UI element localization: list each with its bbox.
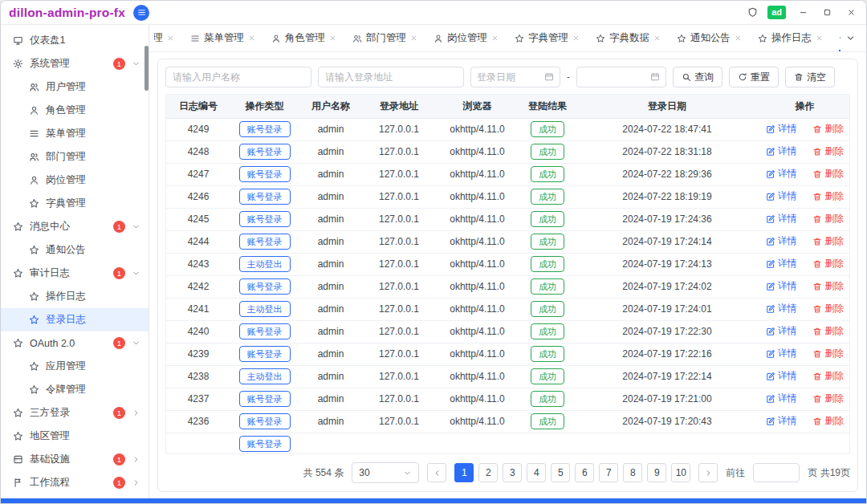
search-button[interactable]: 查询 <box>673 67 722 87</box>
sidebar-item-app[interactable]: 应用管理 <box>1 355 149 378</box>
sidebar-item-notice[interactable]: 通知公告 <box>1 238 149 262</box>
sidebar-item-role[interactable]: 角色管理 <box>1 99 149 122</box>
detail-link[interactable]: 详情 <box>766 144 797 158</box>
sidebar-item-message-center[interactable]: 消息中心 1 <box>1 215 149 238</box>
detail-link[interactable]: 详情 <box>766 167 797 181</box>
page-size-select[interactable]: 30 <box>352 462 419 483</box>
delete-link[interactable]: 删除 <box>812 167 844 181</box>
hamburger-button[interactable] <box>133 5 149 21</box>
username-input[interactable] <box>165 67 311 87</box>
detail-link[interactable]: 详情 <box>766 369 797 383</box>
page-button-10[interactable]: 10 <box>671 463 690 482</box>
tab-role[interactable]: 角色管理 <box>271 25 336 51</box>
sidebar-item-region[interactable]: 地区管理 <box>1 425 149 448</box>
date-end-input[interactable] <box>576 67 666 87</box>
sidebar-item-oauth2[interactable]: OAuth 2.0 1 <box>1 331 149 355</box>
delete-link[interactable]: 删除 <box>812 392 844 405</box>
tab-user[interactable]: 用户管理 <box>154 25 174 51</box>
sidebar-item-third-login[interactable]: 三方登录 1 <box>1 401 149 425</box>
sidebar-item-post[interactable]: 岗位管理 <box>1 169 149 192</box>
sidebar-item-dashboard1[interactable]: 仪表盘1 <box>1 29 149 52</box>
sidebar-item-operation-log[interactable]: 操作日志 <box>1 285 149 308</box>
tab-close-icon[interactable] <box>491 35 499 42</box>
detail-link[interactable]: 详情 <box>766 302 797 315</box>
minimize-button[interactable] <box>796 6 810 20</box>
tab-login-log[interactable]: 登录日志 <box>839 25 841 51</box>
sidebar-item-dict[interactable]: 字典管理 <box>1 192 149 215</box>
detail-link[interactable]: 详情 <box>766 212 797 226</box>
page-button-3[interactable]: 3 <box>503 463 522 482</box>
table-row: 4236 账号登录 admin 127.0.0.1 okhttp/4.11.0 … <box>166 410 850 433</box>
page-button-6[interactable]: 6 <box>575 463 594 482</box>
delete-link[interactable]: 删除 <box>812 144 844 158</box>
delete-link[interactable]: 删除 <box>812 369 844 383</box>
tab-dept[interactable]: 部门管理 <box>352 25 417 51</box>
sidebar-item-audit-log[interactable]: 审计日志 1 <box>1 262 149 285</box>
tab-close-icon[interactable] <box>816 35 823 42</box>
chevron-left-icon <box>433 469 442 478</box>
maximize-button[interactable] <box>820 6 834 20</box>
delete-link[interactable]: 删除 <box>812 234 844 248</box>
clear-button[interactable]: 清空 <box>785 67 835 87</box>
sidebar-item-dept[interactable]: 部门管理 <box>1 145 149 169</box>
sidebar-item-system[interactable]: 系统管理 1 <box>1 52 149 75</box>
shield-icon[interactable] <box>747 7 758 18</box>
tab-close-icon[interactable] <box>167 35 174 42</box>
tab-close-icon[interactable] <box>410 35 417 42</box>
sidebar-item-infra[interactable]: 基础设施 1 <box>1 448 149 471</box>
log-id-cell: 4247 <box>166 163 230 185</box>
sidebar-item-user[interactable]: 用户管理 <box>1 75 149 99</box>
reset-button[interactable]: 重置 <box>729 67 779 87</box>
prev-page-button[interactable] <box>427 463 446 482</box>
edit-icon <box>766 282 775 291</box>
page-button-4[interactable]: 4 <box>527 463 546 482</box>
page-button-9[interactable]: 9 <box>647 463 666 482</box>
detail-link[interactable]: 详情 <box>766 347 797 360</box>
tab-close-icon[interactable] <box>572 35 580 42</box>
detail-link[interactable]: 详情 <box>766 257 797 270</box>
detail-link[interactable]: 详情 <box>766 234 797 248</box>
avatar-badge[interactable]: ad <box>767 6 786 18</box>
delete-link[interactable]: 删除 <box>812 279 844 293</box>
next-page-button[interactable] <box>698 463 718 482</box>
detail-link[interactable]: 详情 <box>766 392 797 405</box>
delete-link[interactable]: 删除 <box>812 212 844 226</box>
goto-page-input[interactable] <box>753 463 800 482</box>
delete-link[interactable]: 删除 <box>812 122 844 136</box>
close-button[interactable] <box>844 6 858 20</box>
detail-link[interactable]: 详情 <box>766 324 797 338</box>
tab-menu[interactable]: 菜单管理 <box>190 25 255 51</box>
delete-link[interactable]: 删除 <box>812 324 844 338</box>
tabs-overflow-button[interactable] <box>841 25 860 51</box>
date-start-input[interactable]: 登录日期 <box>470 67 560 87</box>
tab-close-icon[interactable] <box>248 35 255 42</box>
tab-close-icon[interactable] <box>329 35 336 42</box>
page-button-5[interactable]: 5 <box>551 463 570 482</box>
delete-link[interactable]: 删除 <box>812 257 844 270</box>
page-button-1[interactable]: 1 <box>454 463 474 482</box>
delete-link[interactable]: 删除 <box>812 189 844 203</box>
sidebar-item-menu[interactable]: 菜单管理 <box>1 122 149 145</box>
tab-dict[interactable]: 字典管理 <box>515 25 580 51</box>
sidebar-item-workflow[interactable]: 工作流程 1 <box>1 471 149 494</box>
tab-operation-log[interactable]: 操作日志 <box>758 25 823 51</box>
sidebar-item-login-log[interactable]: 登录日志 <box>1 308 149 331</box>
page-button-7[interactable]: 7 <box>599 463 618 482</box>
tab-notice[interactable]: 通知公告 <box>677 25 742 51</box>
detail-link[interactable]: 详情 <box>766 189 797 203</box>
detail-link[interactable]: 详情 <box>766 414 797 428</box>
sidebar-scrollbar[interactable] <box>144 46 149 91</box>
detail-link[interactable]: 详情 <box>766 122 797 136</box>
tab-dict-data[interactable]: 字典数据 <box>596 25 661 51</box>
detail-link[interactable]: 详情 <box>766 279 797 293</box>
delete-link[interactable]: 删除 <box>812 347 844 360</box>
sidebar-item-token[interactable]: 令牌管理 <box>1 378 149 401</box>
login-address-input[interactable] <box>318 67 464 87</box>
tab-close-icon[interactable] <box>735 35 742 42</box>
page-button-2[interactable]: 2 <box>478 463 498 482</box>
delete-link[interactable]: 删除 <box>812 414 844 428</box>
page-button-8[interactable]: 8 <box>623 463 642 482</box>
tab-close-icon[interactable] <box>653 35 661 42</box>
tab-post[interactable]: 岗位管理 <box>434 25 499 51</box>
delete-link[interactable]: 删除 <box>812 302 844 315</box>
